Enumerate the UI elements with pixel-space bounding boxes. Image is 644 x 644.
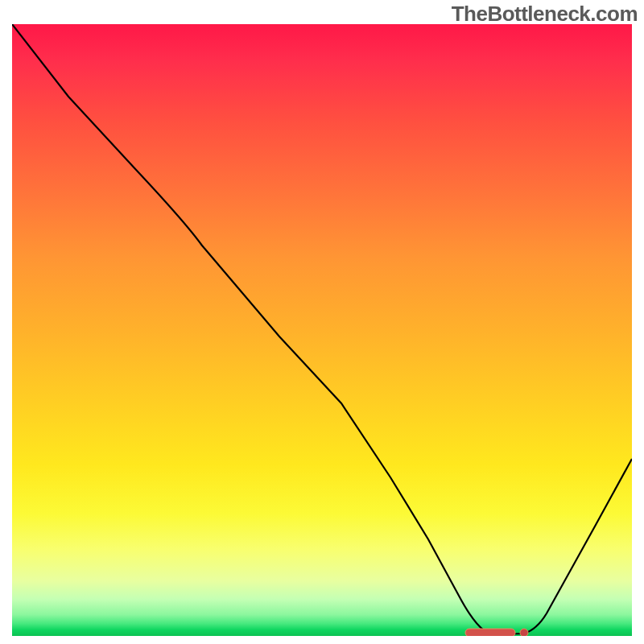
- plot-gradient-background: [12, 24, 632, 636]
- watermark-text: TheBottleneck.com: [452, 2, 638, 27]
- chart-container: TheBottleneck.com: [0, 0, 644, 644]
